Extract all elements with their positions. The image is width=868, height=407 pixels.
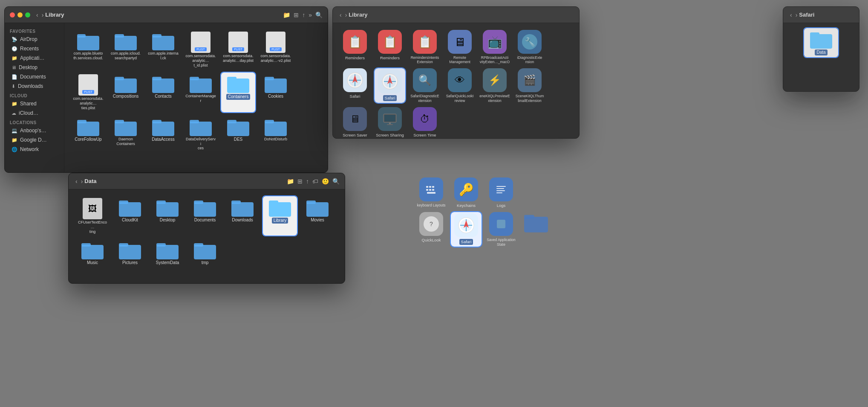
- app-rpbroadcast[interactable]: 📺 RPBroadcastActivityExten…_macO: [479, 30, 510, 64]
- app-remote-mgmt[interactable]: 🖥 RemoteManagement: [444, 30, 475, 64]
- back-button[interactable]: ‹: [74, 177, 79, 186]
- app-saved-app-state[interactable]: Saved ApplicationState: [486, 212, 516, 246]
- app-enekit[interactable]: ⚡ eneKitQLPreviewExtension: [479, 68, 510, 102]
- sidebar-item-icloud[interactable]: ☁ iCloud…: [6, 108, 62, 118]
- folder-container-manager[interactable]: ContainerManager: [184, 73, 218, 112]
- folder-daemon-containers[interactable]: DaemonContainers: [109, 116, 143, 152]
- back-button[interactable]: ‹: [35, 11, 40, 19]
- close-button[interactable]: [10, 12, 15, 17]
- sidebar-item-applications[interactable]: 📁 Applicati…: [6, 53, 62, 63]
- folder-data-safari[interactable]: Data: [804, 28, 838, 57]
- app-safari-quick[interactable]: 👁 SafariQuickLookIreview: [444, 68, 475, 102]
- sidebar-item-desktop[interactable]: 🖥 Desktop: [6, 63, 62, 72]
- svg-rect-9: [152, 77, 161, 80]
- app-scenekit-thumb[interactable]: 🎬 SceneKitQLThumbnailExtension: [514, 68, 545, 102]
- sidebar-item-google[interactable]: 📁 Google D…: [6, 135, 62, 145]
- folder-cloudkit[interactable]: CloudKit: [113, 196, 147, 235]
- app-remindersintents[interactable]: 📋 RemindersIntentsExtension: [409, 30, 440, 64]
- folder-music[interactable]: Music: [75, 239, 110, 267]
- forward-button[interactable]: ›: [343, 11, 349, 19]
- folder-compositions[interactable]: Compositions: [109, 73, 143, 112]
- search-icon[interactable]: 🔍: [332, 178, 340, 185]
- app-screen-sharing[interactable]: Screen Sharing: [375, 107, 405, 137]
- app-quicklook[interactable]: ? QuickLook: [416, 212, 447, 246]
- file-sensorsdata1[interactable]: PLIST com.sensorsdata.analytic…t_id.plis…: [184, 30, 218, 69]
- app-keychains[interactable]: 🔑 Keychains: [451, 177, 482, 208]
- data-content-area[interactable]: 🖼 CFUserTextEnco…ting CloudKit Desktop D…: [69, 189, 345, 283]
- forward-button[interactable]: ›: [794, 11, 799, 19]
- app-reminders1[interactable]: 📋 Reminders: [340, 30, 370, 64]
- app-idiagnostic[interactable]: 🔧 iDiagnosticExtension: [514, 30, 545, 64]
- app-folder-bottom[interactable]: [521, 212, 551, 246]
- app-keyboard-layouts[interactable]: keyboard Layouts: [416, 177, 447, 208]
- back-button[interactable]: ‹: [788, 11, 794, 19]
- app-logs[interactable]: Logs: [486, 177, 516, 208]
- folder-movies[interactable]: Movies: [300, 196, 335, 235]
- folder-cookies[interactable]: Cookies: [259, 73, 293, 112]
- folder-pictures[interactable]: Pictures: [113, 239, 147, 267]
- sidebar-item-downloads[interactable]: ⬇ Downloads: [6, 81, 62, 91]
- lower-apps-grid: keyboard Layouts 🔑 Keychains Logs: [416, 177, 615, 208]
- apps-content[interactable]: 📋 Reminders 📋 Reminders 📋 RemindersInten…: [333, 23, 579, 138]
- folder-dataaccess[interactable]: DataAccess: [146, 116, 180, 152]
- folder-des[interactable]: DES: [221, 116, 255, 152]
- svg-rect-71: [432, 189, 434, 191]
- action-icon[interactable]: ↑: [302, 12, 305, 18]
- safari-nav-window[interactable]: ‹ › Safari Data: [783, 6, 859, 92]
- folder-bluetooth[interactable]: com.apple.bluetoth.services.cloud.: [71, 30, 105, 69]
- folder-icon[interactable]: 📁: [287, 178, 294, 185]
- folder-datadelivery[interactable]: DataDeliveryServices: [184, 116, 218, 152]
- folder-contacts[interactable]: Contacts: [146, 73, 180, 112]
- safari-nav-content[interactable]: Data: [783, 23, 859, 91]
- app-screen-time[interactable]: ⏱ Screen Time: [409, 107, 440, 137]
- tag-icon[interactable]: 🏷: [312, 178, 318, 185]
- library-apps-window[interactable]: ‹ › Library 📋 Reminders 📋 Reminders 📋 Re…: [332, 6, 580, 139]
- app-screen-saver[interactable]: 🖥 Screen Saver: [340, 107, 370, 137]
- sidebar-item-documents[interactable]: 📄 Documents: [6, 72, 62, 81]
- share-icon[interactable]: ↑: [306, 178, 309, 185]
- sidebar-item-network[interactable]: 🌐 Network: [6, 145, 62, 154]
- folder-documents-data[interactable]: Documents: [188, 196, 222, 235]
- folder-tmp[interactable]: tmp: [188, 239, 222, 267]
- folder-icloud-search[interactable]: com.apple.icloud.searchpartyd: [109, 30, 143, 69]
- sidebar-item-shared[interactable]: 📁 Shared: [6, 99, 62, 108]
- app-safari-selected[interactable]: Safari: [375, 68, 405, 102]
- maximize-button[interactable]: [25, 12, 30, 17]
- sidebar-item-recents[interactable]: 🕐 Recents: [6, 44, 62, 53]
- folder-downloads-data[interactable]: Downloads: [225, 196, 260, 235]
- folder-desktop-data[interactable]: Desktop: [150, 196, 185, 235]
- content-area[interactable]: com.apple.bluetoth.services.cloud. com.a…: [64, 23, 328, 172]
- back-button[interactable]: ‹: [338, 11, 343, 19]
- library-window[interactable]: ‹ › Library 📁 ⊞ ↑ » 🔍 Favorites 📡 AirDro…: [4, 6, 328, 173]
- app-safari-diag[interactable]: 🔍 SafariDiagnosticExtension: [409, 68, 440, 102]
- folder-corefollowup[interactable]: CoreFollowUp: [71, 116, 105, 152]
- minimize-button[interactable]: [17, 12, 23, 17]
- file-sensorsdata4[interactable]: PLIST com.sensorsdata.analytic…ties.plis…: [71, 73, 105, 112]
- app-reminders2[interactable]: 📋 Reminders: [375, 30, 405, 64]
- sidebar-item-airdrop[interactable]: 📡 AirDrop: [6, 35, 62, 44]
- folder-systemdata[interactable]: SystemData: [150, 239, 185, 267]
- svg-rect-41: [81, 243, 91, 247]
- folder-donotdisturb[interactable]: DoNotDisturb: [259, 116, 293, 152]
- file-sensorsdata2[interactable]: PLIST com.sensorsdata.analytic…day.plist: [221, 30, 255, 69]
- more-icon[interactable]: »: [309, 12, 312, 18]
- forward-button[interactable]: ›: [40, 11, 46, 19]
- search-icon[interactable]: 🔍: [315, 12, 323, 18]
- folder-library-data[interactable]: Library: [263, 196, 297, 235]
- sidebar-item-anboop[interactable]: 💻 Anboop's…: [6, 126, 62, 135]
- folder-interna[interactable]: com.apple.internal.ck: [146, 30, 180, 69]
- file-cfusertext[interactable]: 🖼 CFUserTextEnco…ting: [75, 196, 110, 235]
- app-safari-lower-selected[interactable]: Safari: [451, 212, 482, 246]
- app-safari1[interactable]: Safari: [340, 68, 370, 102]
- view-icon[interactable]: ⊞: [297, 178, 303, 185]
- view-icon[interactable]: ⊞: [294, 12, 299, 18]
- folder-icon[interactable]: 📁: [283, 12, 290, 18]
- data-window[interactable]: ‹ › Data 📁 ⊞ ↑ 🏷 🙂 🔍 🖼 CFUserTextEnco…ti…: [68, 173, 345, 284]
- svg-rect-21: [152, 120, 161, 123]
- forward-button[interactable]: ›: [79, 177, 85, 186]
- folder-label-selected: Containers: [226, 94, 250, 100]
- folder-label: Pictures: [122, 260, 138, 265]
- emoji-icon[interactable]: 🙂: [322, 178, 329, 185]
- file-sensorsdata3[interactable]: PLIST com.sensorsdata.analytic…-v2.plist: [259, 30, 293, 69]
- folder-containers[interactable]: Containers: [221, 73, 255, 112]
